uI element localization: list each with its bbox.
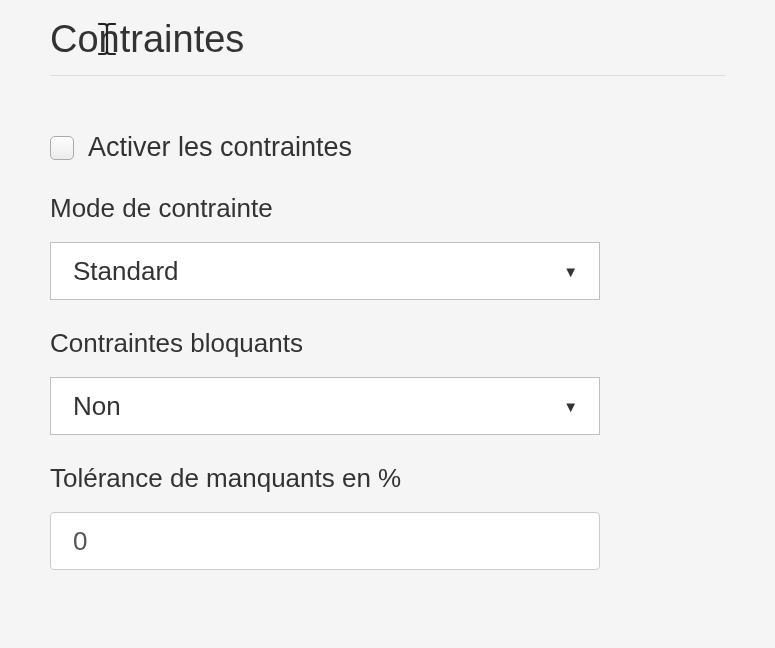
activate-constraints-row: Activer les contraintes [50, 132, 725, 163]
section-title: Contraintes [50, 18, 725, 61]
tolerance-field-group: Tolérance de manquants en % [50, 463, 725, 570]
mode-select-wrapper: Standard ▼ [50, 242, 600, 300]
mode-select[interactable]: Standard [50, 242, 600, 300]
blocking-select[interactable]: Non [50, 377, 600, 435]
divider [50, 75, 725, 76]
activate-constraints-label[interactable]: Activer les contraintes [88, 132, 352, 163]
constraints-section: Contraintes Activer les contraintes Mode… [0, 0, 775, 570]
blocking-label: Contraintes bloquants [50, 328, 725, 359]
activate-constraints-checkbox[interactable] [50, 136, 74, 160]
tolerance-input[interactable] [50, 512, 600, 570]
blocking-select-wrapper: Non ▼ [50, 377, 600, 435]
tolerance-label: Tolérance de manquants en % [50, 463, 725, 494]
mode-label: Mode de contrainte [50, 193, 725, 224]
mode-field-group: Mode de contrainte Standard ▼ [50, 193, 725, 300]
blocking-field-group: Contraintes bloquants Non ▼ [50, 328, 725, 435]
